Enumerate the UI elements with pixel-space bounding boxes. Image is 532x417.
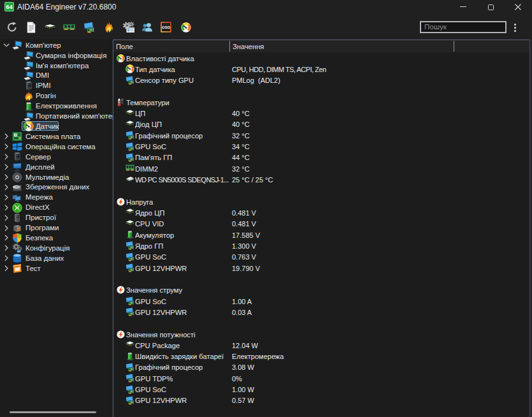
svg-text:OSD: OSD bbox=[162, 26, 171, 29]
